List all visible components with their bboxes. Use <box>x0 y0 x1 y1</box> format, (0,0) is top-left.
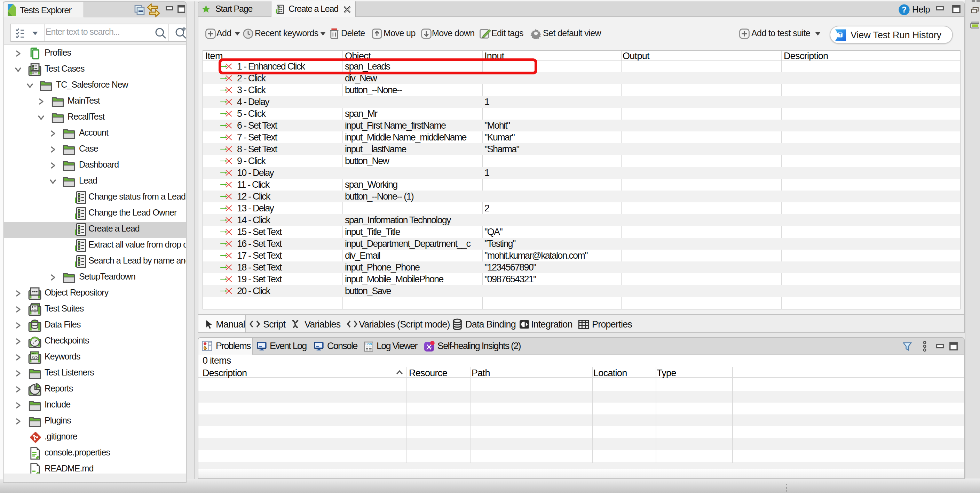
svg-text:?: ? <box>902 5 907 14</box>
svg-text:LOG: LOG <box>365 342 372 346</box>
svg-text:T: T <box>839 32 842 37</box>
svg-text:SELF: SELF <box>427 347 432 349</box>
